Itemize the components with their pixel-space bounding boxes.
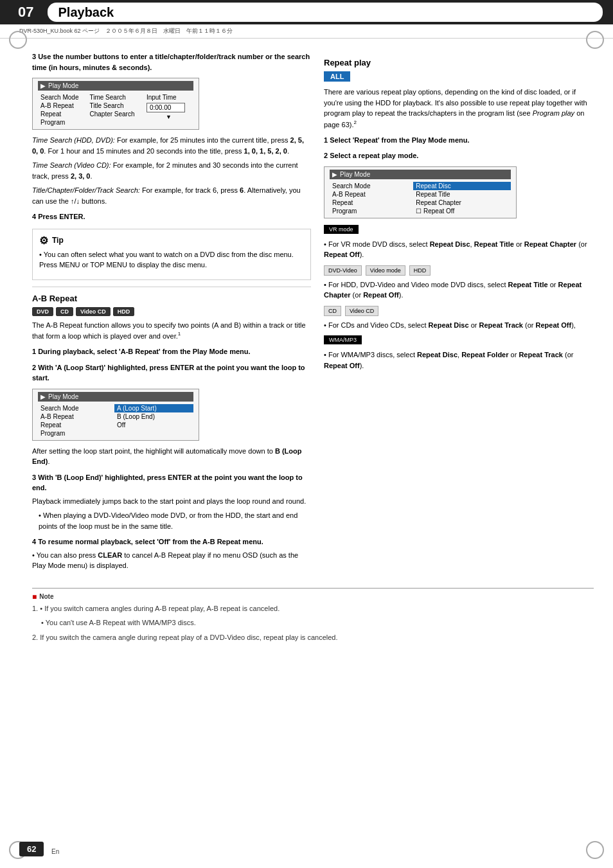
ab-repeat-intro: The A-B Repeat function allows you to sp… (32, 320, 311, 342)
wma-text: • For WMA/MP3 discs, select Repeat Disc,… (324, 350, 594, 371)
badge-dvdvideo: DVD-Video (324, 265, 362, 276)
screen3-table: Search Mode Repeat Disc A-B Repeat Repea… (330, 182, 511, 215)
screen1-row2-opt: Title Search (87, 102, 143, 110)
badge-hdd2: HDD (409, 265, 431, 276)
badge-videomode: Video mode (366, 265, 405, 276)
wma-section: WMA/MP3 • For WMA/MP3 discs, select Repe… (324, 335, 594, 371)
step3-heading: 3 Use the number buttons to enter a titl… (32, 51, 311, 73)
table-row: Search Mode Time Search Input Time (38, 93, 193, 102)
dvd-video-section: DVD-Video Video mode HDD • For HDD, DVD-… (324, 265, 594, 301)
tip-box: ⚙ Tip • You can often select what you wa… (32, 229, 311, 280)
footnote-1: 1 (178, 331, 181, 337)
page-lang: En (51, 848, 59, 855)
screen3-r3-opt: Repeat Chapter (413, 199, 511, 207)
table-row: Program ☐ Repeat Off (330, 207, 511, 215)
table-row: Repeat Repeat Chapter (330, 199, 511, 207)
chapter-title: Playback (48, 3, 603, 22)
time-input: 0:00.00 (147, 103, 185, 112)
tip-label: Tip (52, 236, 64, 245)
note-3: 2. If you switch the camera angle during… (32, 632, 594, 643)
badge-all: ALL (324, 71, 594, 87)
badge-dvd: DVD (32, 307, 53, 316)
screen2-table: Search Mode A (Loop Start) A-B Repeat B … (38, 404, 193, 438)
cd-section: CD Video CD • For CDs and Video CDs, sel… (324, 306, 594, 331)
ab-repeat-heading: A-B Repeat (32, 294, 311, 303)
table-row: Search Mode Repeat Disc (330, 182, 511, 190)
header-bar: 07 Playback (0, 0, 613, 24)
step4-ab-detail: • You can also press CLEAR to cancel A-B… (32, 550, 311, 571)
ab-repeat-badges: DVD CD Video CD HDD (32, 307, 311, 316)
tip-text: • You can often select what you want to … (39, 249, 304, 270)
corner-tl (9, 31, 27, 49)
screen1-row1-opt: Time Search (87, 93, 143, 102)
vr-mode-badge: VR mode (324, 225, 359, 234)
screen2-r4-label: Program (38, 429, 114, 438)
content-area: 3 Use the number buttons to enter a titl… (0, 39, 613, 588)
screen2-r1-opt: A (Loop Start) (114, 404, 193, 412)
tc-search-label: Title/Chapter/Folder/Track Search: (32, 186, 140, 194)
screen3-r3-label: Repeat (330, 199, 413, 207)
step3-ab-detail: Playback immediately jumps back to the s… (32, 496, 311, 507)
arrow-down: ▼ (147, 114, 191, 120)
play-icon: ▶ (40, 82, 46, 89)
play-icon-2: ▶ (40, 393, 46, 400)
note-1: 1. • If you switch camera angles during … (32, 603, 594, 614)
left-column: 3 Use the number buttons to enter a titl… (32, 51, 311, 575)
screen1-row3-label: Repeat (38, 110, 87, 118)
note-box: ■ Note 1. • If you switch camera angles … (32, 588, 594, 643)
step3-ab: 3 With 'B (Loop End)' highlighted, press… (32, 472, 311, 493)
file-info-bar: DVR-530H_KU.book 62 ページ ２００５年６月８日 水曜日 午前… (0, 24, 613, 39)
screen1-table: Search Mode Time Search Input Time A-B R… (38, 93, 193, 127)
table-row: A-B Repeat Title Search 0:00.00 ▼ (38, 102, 193, 110)
screen3-r4-opt: ☐ Repeat Off (413, 207, 511, 215)
divider-1 (32, 287, 311, 287)
dvd-video-text: • For HDD, DVD-Video and Video mode DVD … (324, 279, 594, 301)
screen-mock-2: ▶ Play Mode Search Mode A (Loop Start) A… (32, 389, 199, 441)
screen1-input-label: Input Time (144, 93, 193, 102)
time-search-hdd: Time Search (HDD, DVD): For example, for… (32, 135, 311, 156)
after-loop-start: After setting the loop start point, the … (32, 446, 311, 467)
vr-mode-section: VR mode • For VR mode DVD discs, select … (324, 225, 594, 260)
screen1-row4-opt (87, 118, 143, 127)
step1-ab: 1 During playback, select 'A-B Repeat' f… (32, 346, 311, 357)
screen1-row4-label: Program (38, 118, 87, 127)
screen2-r3-label: Repeat (38, 421, 114, 429)
note-title: ■ Note (32, 592, 594, 601)
page: 07 Playback DVR-530H_KU.book 62 ページ ２００５… (0, 0, 613, 868)
table-row: A-B Repeat B (Loop End) (38, 412, 193, 421)
screen2-r2-label: A-B Repeat (38, 412, 114, 421)
badge-videocd2: Video CD (345, 306, 378, 316)
screen1-input-box: 0:00.00 ▼ (144, 102, 193, 127)
wma-badge: WMA/MP3 (324, 335, 362, 344)
play-icon-3: ▶ (332, 171, 337, 178)
screen1-row1-label: Search Mode (38, 93, 87, 102)
title-chapter-search: Title/Chapter/Folder/Track Search: For e… (32, 185, 311, 206)
dvd-video-badges: DVD-Video Video mode HDD (324, 265, 594, 276)
screen3-r4-label: Program (330, 207, 413, 215)
badge-cd: CD (56, 307, 73, 316)
repeat-intro: There are various repeat play options, d… (324, 87, 594, 130)
screen2-title: Play Mode (48, 393, 78, 400)
cd-text: • For CDs and Video CDs, select Repeat D… (324, 320, 594, 331)
step2-ab: 2 With 'A (Loop Start)' highlighted, pre… (32, 362, 311, 384)
ts-hdd-label: Time Search (HDD, DVD): (32, 136, 115, 144)
step4-ab: 4 To resume normal playback, select 'Off… (32, 536, 311, 547)
screen3-r2-label: A-B Repeat (330, 190, 413, 199)
chapter-number: 07 (10, 1, 41, 23)
tip-icon: ⚙ (39, 235, 48, 247)
wma-badge-row: WMA/MP3 (324, 335, 594, 347)
screen3-title: Play Mode (340, 171, 370, 178)
badge-hdd: HDD (113, 307, 135, 316)
screen3-r1-label: Search Mode (330, 182, 413, 190)
cd-badges: CD Video CD (324, 306, 594, 316)
screen1-title: Play Mode (48, 82, 78, 89)
screen1-title-row: ▶ Play Mode (38, 81, 193, 91)
table-row: Program (38, 429, 193, 438)
table-row: Repeat Off (38, 421, 193, 429)
step1-repeat: 1 Select 'Repeat' from the Play Mode men… (324, 135, 594, 146)
bullet-when-playing: • When playing a DVD-Video/Video mode DV… (32, 510, 311, 531)
screen3-r1-opt: Repeat Disc (413, 182, 511, 190)
tip-title: ⚙ Tip (39, 235, 304, 247)
footnote-2: 2 (353, 120, 356, 125)
table-row: Search Mode A (Loop Start) (38, 404, 193, 412)
